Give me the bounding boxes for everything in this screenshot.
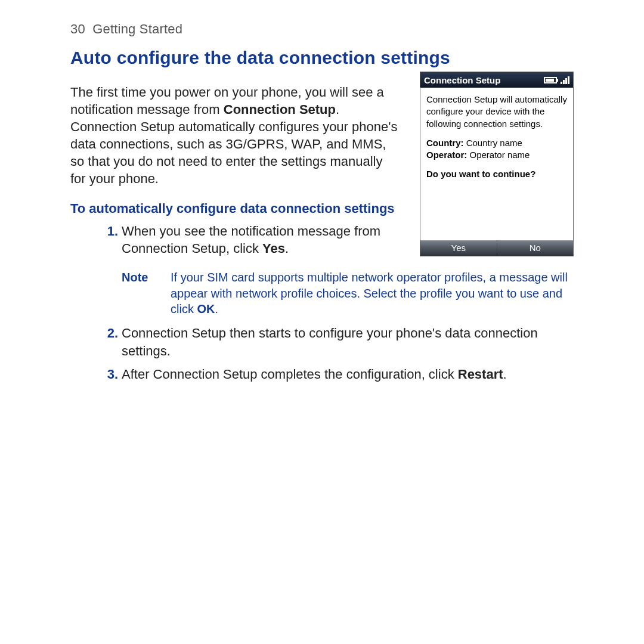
phone-country-value: Country name bbox=[466, 138, 522, 148]
page-number: 30 bbox=[70, 21, 85, 36]
note-text-2: . bbox=[215, 302, 218, 315]
step-3-text-2: . bbox=[503, 367, 507, 382]
note-text-1: If your SIM card supports multiple netwo… bbox=[171, 271, 568, 316]
phone-country-label: Country: bbox=[426, 138, 464, 148]
phone-question: Do you want to continue? bbox=[426, 168, 567, 180]
step-2-number: 2. bbox=[97, 324, 118, 342]
note-label: Note bbox=[122, 270, 156, 317]
phone-softkeys: Yes No bbox=[420, 240, 573, 256]
step-1-text-2: . bbox=[285, 241, 289, 256]
phone-title: Connection Setup bbox=[424, 75, 500, 85]
step-1-text-1: When you see the notification message fr… bbox=[122, 224, 380, 256]
page-heading: Auto configure the data connection setti… bbox=[70, 48, 574, 68]
intro-paragraph: The first time you power on your phone, … bbox=[70, 83, 398, 187]
intro-bold-1: Connection Setup bbox=[224, 102, 336, 117]
battery-icon bbox=[544, 77, 557, 83]
step-3-bold: Restart bbox=[458, 367, 503, 382]
step-2-text: Connection Setup then starts to configur… bbox=[122, 326, 538, 358]
phone-operator-label: Operator: bbox=[426, 150, 467, 160]
note-body: If your SIM card supports multiple netwo… bbox=[171, 270, 574, 317]
step-2: 2. Connection Setup then starts to confi… bbox=[122, 324, 574, 360]
running-header: 30 Getting Started bbox=[70, 21, 574, 37]
phone-content: Connection Setup will automatically conf… bbox=[420, 88, 573, 240]
step-3-text-1: After Connection Setup completes the con… bbox=[122, 367, 458, 382]
step-3: 3. After Connection Setup completes the … bbox=[122, 366, 574, 383]
phone-screenshot: Connection Setup Connection Setup will a… bbox=[420, 72, 574, 256]
sub-heading: To automatically configure data connecti… bbox=[70, 200, 398, 218]
phone-country-row: Country: Country name Operator: Operator… bbox=[426, 137, 567, 162]
section-title: Getting Started bbox=[92, 21, 182, 36]
note-bold: OK bbox=[197, 302, 215, 315]
step-3-number: 3. bbox=[97, 366, 118, 383]
signal-icon bbox=[561, 76, 569, 84]
step-1-bold: Yes bbox=[262, 241, 285, 256]
step-1-number: 1. bbox=[97, 222, 118, 240]
step-1: 1. When you see the notification message… bbox=[122, 222, 398, 258]
softkey-yes[interactable]: Yes bbox=[420, 240, 497, 256]
softkey-no[interactable]: No bbox=[497, 240, 574, 256]
phone-operator-value: Operator name bbox=[470, 150, 530, 160]
phone-title-bar: Connection Setup bbox=[420, 72, 573, 88]
phone-message: Connection Setup will automatically conf… bbox=[426, 94, 567, 130]
note-block: Note If your SIM card supports multiple … bbox=[122, 270, 574, 317]
